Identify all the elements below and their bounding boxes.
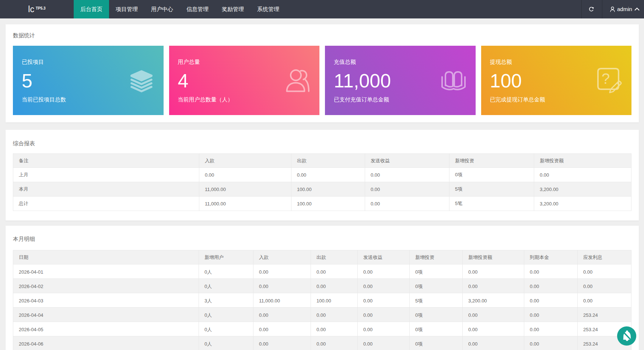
svg-text:?: ? [602,70,610,87]
